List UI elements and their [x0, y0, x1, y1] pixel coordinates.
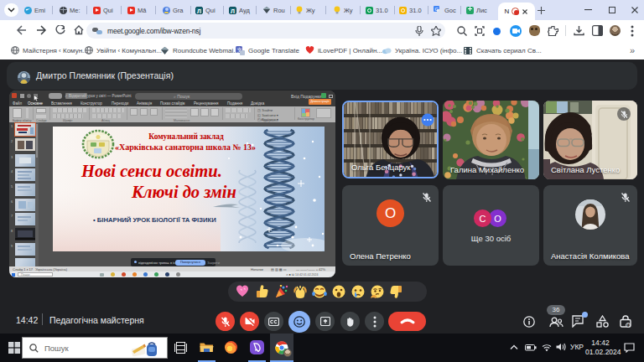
svg-text:• БІНАРНИЙ УРОК БІОЛОГІЇ ТА: • БІНАРНИЙ УРОК БІОЛОГІЇ ТА ФІЗИКИ — [93, 216, 216, 224]
svg-text:Комунальний заклад: Комунальний заклад — [148, 132, 224, 141]
svg-text:«Харківська санаторна школа №: «Харківська санаторна школа № 13» — [115, 142, 256, 152]
svg-text:Ключі до змін: Ключі до змін — [131, 183, 236, 201]
svg-text:Нові сенси освіти.: Нові сенси освіти. — [80, 162, 222, 180]
svg-text:!: ! — [627, 323, 628, 328]
svg-text:G: G — [435, 7, 439, 12]
